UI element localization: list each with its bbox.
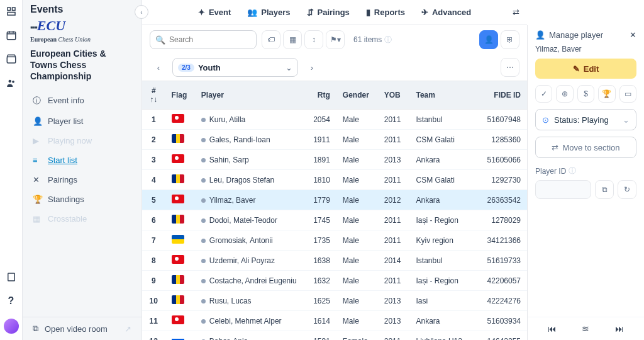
topbar-pairings[interactable]: ⇵Pairings (307, 8, 350, 17)
close-icon[interactable]: ✕ (630, 30, 636, 40)
col-rtg[interactable]: Rtg (303, 81, 336, 110)
trophy-button[interactable]: 🏆 (598, 85, 615, 103)
play-icon: ⊙ (542, 115, 549, 125)
main: ✦Event 👥Players ⇵Pairings ▮Reports ✈Adva… (142, 0, 527, 340)
nav-crosstable: ▦Crosstable (23, 209, 142, 229)
info-icon: ⓘ (384, 35, 392, 45)
topbar-players[interactable]: 👥Players (247, 8, 290, 17)
topbar-advanced[interactable]: ✈Advanced (421, 8, 471, 17)
flag-tr-icon (172, 255, 184, 264)
prev-section-button[interactable]: ‹ (150, 59, 167, 76)
info-icon: ⓘ (569, 166, 576, 176)
topbar-reports[interactable]: ▮Reports (366, 8, 405, 17)
search-input[interactable]: 🔍 (150, 30, 257, 49)
refresh-button[interactable]: ↻ (618, 180, 636, 199)
nav-standings[interactable]: 🏆Standings (23, 190, 142, 209)
svg-rect-3 (7, 32, 16, 40)
payment-button[interactable]: $ (577, 85, 594, 103)
stack-button[interactable]: ≋ (582, 324, 589, 334)
chevron-down-icon: ⌄ (286, 63, 292, 72)
svg-rect-2 (8, 13, 15, 16)
rail-archive-icon[interactable] (5, 53, 18, 65)
table-row[interactable]: 6Dodoi, Matei-Teodor1745Male2011Iași - R… (142, 210, 527, 230)
columns-button[interactable]: ▦ (283, 30, 302, 49)
table-row[interactable]: 12Beber, Anja1591Female2011Ljubljana U12… (142, 331, 527, 341)
table-row[interactable]: 3Sahin, Sarp1891Male2013Ankara51605066 (142, 150, 527, 170)
users-icon: 👥 (247, 8, 257, 17)
nav-playing-now: ▶Playing now (23, 131, 142, 150)
grid-icon: ▦ (33, 214, 42, 224)
rail-users-icon[interactable] (5, 77, 18, 89)
org-logo: ▪▪▪ECU European Chess Union (23, 15, 142, 48)
col-gender[interactable]: Gender (336, 81, 378, 110)
section-select[interactable]: 2/3 Youth ⌄ (172, 58, 298, 77)
toolbar: 🔍 🏷 ▦ ↕ ⚑▾ 61 itemsⓘ 👤 ⛨ (142, 25, 527, 54)
flag-ro-icon (172, 295, 184, 304)
nav-pairings[interactable]: ✕Pairings (23, 170, 142, 190)
topbar: ✦Event 👥Players ⇵Pairings ▮Reports ✈Adva… (142, 0, 527, 25)
copy-button[interactable]: ⧉ (595, 180, 614, 199)
sort-button[interactable]: ↕ (304, 30, 323, 49)
table-row[interactable]: 4Leu, Dragos Stefan1810Male2011CSM Galat… (142, 170, 527, 190)
nav-event-info[interactable]: ⓘEvent info (23, 90, 142, 111)
external-icon: ↗ (125, 324, 131, 334)
pairings-icon: ✕ (33, 175, 42, 184)
search-icon: 🔍 (155, 35, 165, 45)
status-select[interactable]: ⊙ Status: Playing ⌄ (535, 109, 636, 130)
topbar-event[interactable]: ✦Event (198, 8, 231, 17)
flag-ua-icon (172, 235, 184, 244)
table-row[interactable]: 8Uzdemir, Ali Poyraz1638Male2014Istanbul… (142, 251, 527, 271)
list-icon: ≡ (33, 156, 42, 165)
col-fide[interactable]: FIDE ID (474, 81, 527, 110)
flag-ro-icon (172, 275, 184, 284)
move-to-section-button[interactable]: ⇄Move to section (535, 137, 636, 158)
flag-ro-icon (172, 215, 184, 224)
svg-rect-7 (8, 273, 14, 281)
player-id-input[interactable] (535, 180, 591, 199)
svg-point-5 (8, 80, 11, 83)
col-team[interactable]: Team (410, 81, 474, 110)
table-row[interactable]: 5Yilmaz, Baver1779Male2012Ankara26363542 (142, 190, 527, 210)
col-flag[interactable]: Flag (165, 81, 195, 110)
manage-player-panel: 👤Manage player ✕ Yilmaz, Baver ✎Edit ✓ ⊕… (527, 25, 644, 340)
view-person-button[interactable]: 👤 (479, 30, 498, 49)
view-team-button[interactable]: ⛨ (501, 30, 519, 49)
add-button[interactable]: ⊕ (556, 85, 573, 103)
flag-ro-icon (172, 174, 184, 183)
next-section-button[interactable]: › (303, 59, 321, 76)
table-row[interactable]: 10Rusu, Lucas1625Male2013Iasi42224276 (142, 291, 527, 311)
play-icon: ▶ (33, 136, 42, 145)
table-row[interactable]: 1Kuru, Atilla2054Male2011Istanbul5160794… (142, 110, 527, 130)
send-icon: ✈ (421, 8, 428, 17)
user-avatar[interactable] (4, 319, 19, 334)
col-player[interactable]: Player (195, 81, 303, 110)
table-row[interactable]: 11Celebi, Mehmet Alper1614Male2013Ankara… (142, 311, 527, 331)
first-button[interactable]: ⏮ (548, 324, 557, 334)
rail-calendar-icon[interactable] (5, 29, 18, 42)
sidebar: ‹ Events ▪▪▪ECU European Chess Union Eur… (23, 0, 142, 340)
approve-button[interactable]: ✓ (535, 85, 552, 103)
more-button[interactable]: ⋯ (501, 58, 519, 77)
svg-rect-4 (7, 57, 16, 63)
nav-player-list[interactable]: 👤Player list (23, 111, 142, 131)
filter-button[interactable]: ⚑▾ (326, 30, 345, 49)
nav-start-list[interactable]: ≡Start list (23, 150, 142, 170)
open-video-room[interactable]: ⧉ Open video room ↗ (23, 317, 142, 340)
rail-help-icon[interactable]: ? (5, 295, 18, 307)
badge-button[interactable]: ▭ (619, 85, 636, 103)
person-icon: 👤 (535, 30, 545, 40)
star-icon: ✦ (198, 8, 205, 17)
col-yob[interactable]: YOB (378, 81, 410, 110)
tag-button[interactable]: 🏷 (262, 30, 280, 49)
svg-rect-1 (12, 8, 15, 11)
swap-icon[interactable]: ⇄ (513, 8, 519, 17)
table-row[interactable]: 7Gromosiak, Antonii1735Male2011Kyiv regi… (142, 230, 527, 251)
edit-button[interactable]: ✎Edit (535, 59, 636, 79)
table-row[interactable]: 9Costache, Andrei Eugeniu1632Male2011Iaș… (142, 271, 527, 291)
items-count: 61 itemsⓘ (353, 35, 392, 45)
col-number[interactable]: # ↑↓ (142, 81, 165, 110)
table-row[interactable]: 2Gales, Randi-Ioan1911Male2011CSM Galati… (142, 130, 527, 150)
rail-home-icon[interactable] (5, 5, 18, 18)
last-button[interactable]: ⏭ (615, 324, 624, 334)
rail-book-icon[interactable] (5, 271, 18, 283)
